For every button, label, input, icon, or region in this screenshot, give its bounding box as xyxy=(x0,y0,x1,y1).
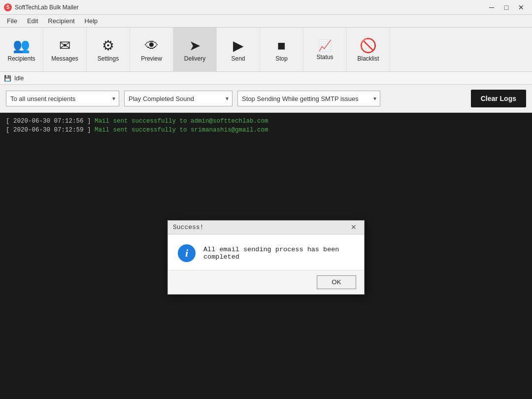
status-icon: 📈 xyxy=(318,40,332,51)
menu-recipient[interactable]: Recipient xyxy=(43,16,79,26)
recipients-label: Recipients xyxy=(7,55,35,62)
messages-label: Messages xyxy=(51,55,78,62)
ok-button[interactable]: OK xyxy=(317,275,356,289)
toolbar-send[interactable]: ▶ Send xyxy=(217,28,260,72)
title-bar-controls: ─ □ ✕ xyxy=(485,2,528,13)
send-label: Send xyxy=(231,55,245,62)
modal-close-button[interactable]: ✕ xyxy=(348,222,359,232)
app-icon: S xyxy=(4,3,12,11)
modal-overlay: Success! ✕ i All email sending process h… xyxy=(0,113,532,399)
menu-file[interactable]: File xyxy=(2,16,22,26)
recipients-dropdown[interactable]: To all unsent recipients To all recipien… xyxy=(6,91,119,106)
send-icon: ▶ xyxy=(233,39,244,53)
menu-bar: File Edit Recipient Help xyxy=(0,15,532,28)
modal-message: All email sending process has been compl… xyxy=(203,246,354,261)
smtp-dropdown[interactable]: Stop Sending While getting SMTP issues C… xyxy=(237,91,380,106)
settings-icon: ⚙ xyxy=(102,39,114,53)
stop-label: Stop xyxy=(275,55,288,62)
status-text: Idle xyxy=(14,75,24,82)
log-area[interactable]: [ 2020-06-30 07:12:56 ] Mail sent succes… xyxy=(0,113,532,399)
controls-row: To all unsent recipients To all recipien… xyxy=(0,85,532,113)
minimize-button[interactable]: ─ xyxy=(485,2,499,13)
recipients-dropdown-wrapper: To all unsent recipients To all recipien… xyxy=(6,91,119,106)
preview-icon: 👁 xyxy=(145,39,159,53)
modal-title: Success! xyxy=(173,224,203,231)
clear-logs-button[interactable]: Clear Logs xyxy=(471,90,526,107)
menu-edit[interactable]: Edit xyxy=(22,16,43,26)
toolbar-stop[interactable]: ■ Stop xyxy=(260,28,303,72)
title-bar-left: S SoftTechLab Bulk Mailer xyxy=(4,3,78,11)
toolbar-messages[interactable]: ✉ Messages xyxy=(43,28,87,72)
close-button[interactable]: ✕ xyxy=(514,2,528,13)
modal-body: i All email sending process has been com… xyxy=(168,234,364,270)
delivery-icon: ➤ xyxy=(189,39,200,53)
success-modal: Success! ✕ i All email sending process h… xyxy=(167,220,365,295)
settings-label: Settings xyxy=(98,55,119,62)
blacklist-icon: 🚫 xyxy=(360,39,377,53)
smtp-dropdown-wrapper: Stop Sending While getting SMTP issues C… xyxy=(237,91,380,106)
toolbar: 👥 Recipients ✉ Messages ⚙ Settings 👁 Pre… xyxy=(0,28,532,72)
app-title: SoftTechLab Bulk Mailer xyxy=(15,4,78,11)
title-bar: S SoftTechLab Bulk Mailer ─ □ ✕ xyxy=(0,0,532,15)
status-icon: 💾 xyxy=(4,75,11,82)
toolbar-settings[interactable]: ⚙ Settings xyxy=(87,28,130,72)
sound-dropdown-wrapper: Play Completed Sound No Sound xyxy=(124,91,233,106)
status-bar: 💾 Idle xyxy=(0,72,532,85)
main-content: [ 2020-06-30 07:12:56 ] Mail sent succes… xyxy=(0,113,532,399)
messages-icon: ✉ xyxy=(59,39,70,53)
stop-icon: ■ xyxy=(277,39,286,53)
menu-help[interactable]: Help xyxy=(80,16,103,26)
info-icon: i xyxy=(178,244,196,262)
toolbar-status[interactable]: 📈 Status xyxy=(303,28,347,72)
modal-title-bar: Success! ✕ xyxy=(168,221,364,234)
toolbar-preview[interactable]: 👁 Preview xyxy=(130,28,173,72)
preview-label: Preview xyxy=(141,55,162,62)
toolbar-blacklist[interactable]: 🚫 Blacklist xyxy=(347,28,390,72)
maximize-button[interactable]: □ xyxy=(499,2,513,13)
delivery-label: Delivery xyxy=(184,55,205,62)
status-label: Status xyxy=(316,54,333,61)
modal-footer: OK xyxy=(168,270,364,294)
blacklist-label: Blacklist xyxy=(357,55,379,62)
sound-dropdown[interactable]: Play Completed Sound No Sound xyxy=(124,91,233,106)
toolbar-recipients[interactable]: 👥 Recipients xyxy=(0,28,43,72)
toolbar-delivery[interactable]: ➤ Delivery xyxy=(173,28,217,72)
recipients-icon: 👥 xyxy=(13,39,30,53)
